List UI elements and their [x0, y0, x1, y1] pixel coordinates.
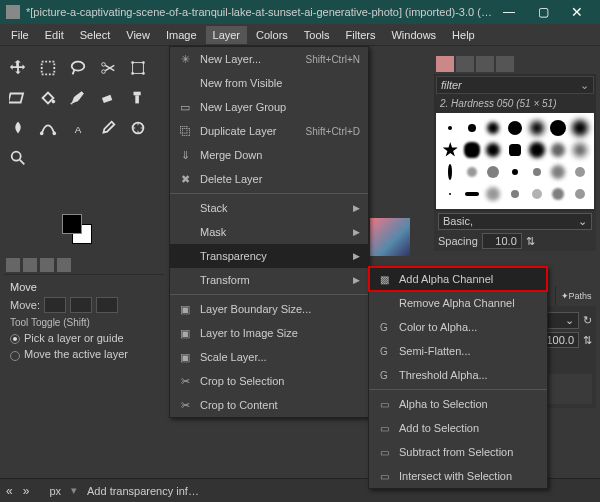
- submenu-item-remove-alpha-channel: Remove Alpha Channel: [369, 291, 547, 315]
- lasso-tool-icon[interactable]: [64, 54, 92, 82]
- submenu-item-intersect-with-selection[interactable]: ▭Intersect with Selection: [369, 464, 547, 488]
- svg-point-14: [40, 132, 44, 136]
- spacing-value[interactable]: 10.0: [482, 233, 522, 249]
- move-label: Move:: [10, 299, 40, 311]
- move-tool-icon[interactable]: [4, 54, 32, 82]
- menu-item-transform[interactable]: Transform▶: [170, 268, 368, 292]
- menu-item-new-layer-group[interactable]: ▭New Layer Group: [170, 95, 368, 119]
- spacing-label: Spacing: [438, 235, 478, 247]
- submenu-item-add-alpha-channel[interactable]: ▩Add Alpha Channel: [369, 267, 547, 291]
- menu-item-new-layer-[interactable]: ✳New Layer...Shift+Ctrl+N: [170, 47, 368, 71]
- submenu-item-alpha-to-selection[interactable]: ▭Alpha to Selection: [369, 392, 547, 416]
- nav-prev-icon[interactable]: «: [6, 484, 13, 498]
- measure-tool-icon[interactable]: [124, 114, 152, 142]
- foreground-color-swatch[interactable]: [62, 214, 82, 234]
- svg-point-15: [53, 132, 57, 136]
- menu-colors[interactable]: Colors: [249, 26, 295, 44]
- submenu-item-threshold-alpha-: GThreshold Alpha...: [369, 363, 547, 387]
- menu-edit[interactable]: Edit: [38, 26, 71, 44]
- menu-tools[interactable]: Tools: [297, 26, 337, 44]
- menu-windows[interactable]: Windows: [384, 26, 443, 44]
- nav-next-icon[interactable]: »: [23, 484, 30, 498]
- tool-options-panel: Move Move: Tool Toggle (Shift) Pick a la…: [4, 256, 164, 371]
- svg-point-2: [102, 70, 106, 74]
- picker-tool-icon[interactable]: [94, 114, 122, 142]
- paths-tab[interactable]: ✦Paths: [556, 286, 596, 306]
- svg-rect-12: [134, 92, 141, 96]
- menu-view[interactable]: View: [119, 26, 157, 44]
- smudge-tool-icon[interactable]: [4, 114, 32, 142]
- menu-file[interactable]: File: [4, 26, 36, 44]
- tool-toggle-label: Tool Toggle (Shift): [10, 317, 158, 328]
- svg-rect-13: [135, 95, 139, 103]
- svg-rect-0: [42, 62, 55, 75]
- svg-point-1: [72, 62, 85, 71]
- history-tab[interactable]: [496, 56, 514, 72]
- clone-tool-icon[interactable]: [124, 84, 152, 112]
- path-tool-icon[interactable]: [34, 114, 62, 142]
- menu-select[interactable]: Select: [73, 26, 118, 44]
- bucket-tool-icon[interactable]: [34, 84, 62, 112]
- close-button[interactable]: ✕: [560, 0, 594, 24]
- svg-point-5: [131, 61, 134, 64]
- patterns-tab[interactable]: [456, 56, 474, 72]
- svg-rect-11: [102, 95, 112, 103]
- workspace: A Move Move: Tool Toggle (Shift) Pick a …: [0, 46, 600, 502]
- brushes-panel: filter⌄ 2. Hardness 050 (51 × 51): [434, 54, 596, 251]
- brush-category-select[interactable]: Basic,⌄: [438, 213, 592, 230]
- svg-text:A: A: [75, 124, 82, 135]
- menu-item-crop-to-content[interactable]: ✂Crop to Content: [170, 393, 368, 417]
- menu-item-stack[interactable]: Stack▶: [170, 196, 368, 220]
- fonts-tab[interactable]: [476, 56, 494, 72]
- spacing-spinner-icon[interactable]: ⇅: [526, 235, 535, 248]
- svg-rect-9: [9, 94, 23, 103]
- menu-item-duplicate-layer[interactable]: ⿻Duplicate LayerShift+Ctrl+D: [170, 119, 368, 143]
- move-mode-layer[interactable]: [44, 297, 66, 313]
- rect-select-tool-icon[interactable]: [34, 54, 62, 82]
- toolbox: A: [4, 54, 164, 174]
- menu-item-new-from-visible[interactable]: New from Visible: [170, 71, 368, 95]
- minimize-button[interactable]: —: [492, 0, 526, 24]
- transform-tool-icon[interactable]: [124, 54, 152, 82]
- menu-layer[interactable]: Layer: [206, 26, 248, 44]
- radio-pick-layer[interactable]: Pick a layer or guide: [10, 332, 158, 344]
- submenu-item-subtract-from-selection[interactable]: ▭Subtract from Selection: [369, 440, 547, 464]
- mode-reset-icon[interactable]: ↻: [583, 314, 592, 327]
- menu-item-scale-layer-[interactable]: ▣Scale Layer...: [170, 345, 368, 369]
- warp-tool-icon[interactable]: [4, 84, 32, 112]
- scissors-tool-icon[interactable]: [94, 54, 122, 82]
- submenu-item-color-to-alpha-[interactable]: GColor to Alpha...: [369, 315, 547, 339]
- menu-image[interactable]: Image: [159, 26, 204, 44]
- svg-point-8: [142, 72, 145, 75]
- zoom-tool-icon[interactable]: [4, 144, 32, 172]
- menu-item-mask[interactable]: Mask▶: [170, 220, 368, 244]
- brush-tool-icon[interactable]: [64, 84, 92, 112]
- radio-move-active[interactable]: Move the active layer: [10, 348, 158, 360]
- eraser-tool-icon[interactable]: [94, 84, 122, 112]
- unit-selector[interactable]: px: [49, 485, 61, 497]
- brush-filter-input[interactable]: filter⌄: [436, 76, 594, 94]
- brushes-tab[interactable]: [436, 56, 454, 72]
- text-tool-icon[interactable]: A: [64, 114, 92, 142]
- svg-point-3: [102, 63, 106, 67]
- submenu-item-add-to-selection[interactable]: ▭Add to Selection: [369, 416, 547, 440]
- svg-point-7: [131, 72, 134, 75]
- maximize-button[interactable]: ▢: [526, 0, 560, 24]
- menu-item-delete-layer[interactable]: ✖Delete Layer: [170, 167, 368, 191]
- move-mode-selection[interactable]: [70, 297, 92, 313]
- menu-item-layer-to-image-size[interactable]: ▣Layer to Image Size: [170, 321, 368, 345]
- menu-filters[interactable]: Filters: [339, 26, 383, 44]
- brush-grid[interactable]: [436, 113, 594, 209]
- opacity-spinner-icon[interactable]: ⇅: [583, 334, 592, 347]
- window-titlebar: *[picture-a-captivating-scene-of-a-tranq…: [0, 0, 600, 24]
- svg-rect-4: [133, 63, 144, 74]
- menu-item-transparency[interactable]: Transparency▶: [170, 244, 368, 268]
- menu-item-crop-to-selection: ✂Crop to Selection: [170, 369, 368, 393]
- window-title: *[picture-a-captivating-scene-of-a-tranq…: [26, 6, 492, 18]
- menu-item-layer-boundary-size-[interactable]: ▣Layer Boundary Size...: [170, 297, 368, 321]
- move-mode-path[interactable]: [96, 297, 118, 313]
- clear-filter-icon[interactable]: ⌄: [580, 79, 589, 92]
- menubar: FileEditSelectViewImageLayerColorsToolsF…: [0, 24, 600, 46]
- tool-options-title: Move: [10, 281, 158, 293]
- menu-help[interactable]: Help: [445, 26, 482, 44]
